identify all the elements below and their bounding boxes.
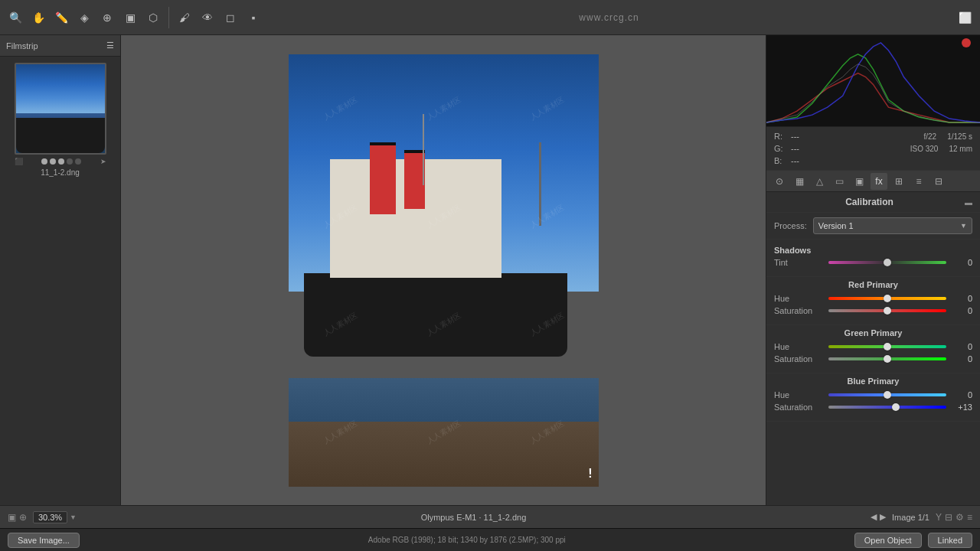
film-thumbnail[interactable] bbox=[15, 63, 106, 155]
nav-arrows: ◀ ▶ bbox=[871, 512, 886, 522]
panel-icon-tone-curve[interactable]: ▭ bbox=[831, 173, 848, 190]
histogram-btn[interactable]: Y bbox=[936, 512, 942, 523]
exif-focal: 12 mm bbox=[949, 145, 972, 153]
compare-btn[interactable]: ⊟ bbox=[945, 512, 952, 523]
top-right-icons: ⬜ bbox=[956, 8, 974, 27]
top-right-btn[interactable]: ⬜ bbox=[956, 8, 974, 27]
watermark-text: www.crcg.cn bbox=[579, 12, 639, 23]
zoom-dropdown-icon[interactable]: ▼ bbox=[70, 514, 77, 521]
stamp-tool[interactable]: ◈ bbox=[75, 8, 93, 27]
next-image-btn[interactable]: ▶ bbox=[880, 512, 886, 522]
green-hue-row: Hue 0 bbox=[774, 342, 972, 351]
collapse-calibration-btn[interactable]: ▬ bbox=[965, 198, 972, 207]
thumbnail-image bbox=[16, 64, 105, 153]
panel-icon-calibration[interactable]: ⊞ bbox=[890, 173, 907, 190]
green-sat-slider[interactable] bbox=[828, 357, 946, 360]
transform-tool[interactable]: ⬡ bbox=[144, 8, 162, 27]
blue-sat-thumb bbox=[892, 403, 900, 411]
eraser-tool[interactable]: ◻ bbox=[221, 8, 240, 27]
pencil-tool[interactable]: ✏️ bbox=[52, 8, 70, 27]
crop-tool[interactable]: ⊕ bbox=[98, 8, 116, 27]
top-toolbar: 🔍 ✋ ✏️ ◈ ⊕ ▣ ⬡ 🖌 👁 ◻ ▪ www.crcg.cn ⬜ bbox=[0, 0, 980, 35]
blue-hue-value: 0 bbox=[951, 390, 972, 399]
main-area: Filmstrip ☰ ⬛ ➤ bbox=[0, 35, 980, 505]
calibration-title: Calibration bbox=[774, 197, 965, 207]
hand-tool[interactable]: ✋ bbox=[29, 8, 47, 27]
exif-aperture: f/22 bbox=[924, 132, 937, 141]
more-btn[interactable]: ≡ bbox=[967, 512, 972, 523]
filmstrip-title: Filmstrip bbox=[6, 41, 38, 51]
settings-icon[interactable]: ⚙ bbox=[956, 512, 964, 523]
histogram-area bbox=[766, 35, 980, 127]
blue-hue-slider[interactable] bbox=[828, 393, 946, 396]
thumb-dot-1 bbox=[41, 158, 47, 165]
thumb-dot-3 bbox=[58, 158, 64, 165]
blue-sat-value: +13 bbox=[951, 403, 972, 412]
green-sat-row: Saturation 0 bbox=[774, 354, 972, 364]
clipping-indicator[interactable] bbox=[962, 38, 971, 47]
square-tool[interactable]: ▪ bbox=[244, 8, 263, 27]
save-image-button[interactable]: Save Image... bbox=[8, 533, 80, 548]
panel-icon-histogram[interactable]: ▦ bbox=[791, 173, 808, 190]
red-sat-slider[interactable] bbox=[828, 309, 946, 312]
thumb-dot-5 bbox=[75, 158, 81, 165]
footer-right-buttons: Open Object Linked bbox=[854, 533, 972, 548]
prev-image-btn[interactable]: ◀ bbox=[871, 512, 877, 522]
photo-warning-icon: ! bbox=[588, 467, 592, 481]
tint-thumb bbox=[884, 259, 891, 266]
shadows-tint-section: Shadows Tint 0 bbox=[766, 240, 980, 277]
green-hue-slider[interactable] bbox=[828, 345, 946, 348]
rgb-values: R: --- f/22 1/125 s G: --- ISO 320 12 mm… bbox=[766, 127, 980, 171]
tint-slider[interactable] bbox=[828, 261, 946, 264]
bottom-left-icons: ▣ ⊕ bbox=[8, 512, 27, 523]
process-version-value: Version 1 bbox=[818, 221, 854, 230]
bottom-status-bar: ▣ ⊕ 30.3% ▼ Olympus E-M1 · 11_1-2.dng ◀ … bbox=[0, 505, 980, 528]
bottom-filename: Olympus E-M1 · 11_1-2.dng bbox=[83, 513, 864, 522]
panel-icon-basic[interactable]: △ bbox=[811, 173, 828, 190]
photo-ground bbox=[289, 422, 599, 487]
bottom-icon-2[interactable]: ⊕ bbox=[19, 512, 27, 523]
green-primary-section: Green Primary Hue 0 Saturation 0 bbox=[766, 325, 980, 373]
panel-icon-hsl[interactable]: ▣ bbox=[851, 173, 867, 190]
filmstrip-panel: Filmstrip ☰ ⬛ ➤ bbox=[0, 35, 121, 505]
blue-sat-slider[interactable] bbox=[828, 406, 946, 409]
filmstrip-menu-icon[interactable]: ☰ bbox=[106, 41, 114, 51]
open-object-button[interactable]: Open Object bbox=[854, 533, 922, 548]
panel-icon-fx[interactable]: fx bbox=[871, 173, 887, 190]
bottom-icon-1[interactable]: ▣ bbox=[8, 512, 16, 523]
ship-funnel-1 bbox=[370, 142, 396, 214]
ship-hull bbox=[304, 273, 567, 357]
footer-bar: Save Image... Adobe RGB (1998); 18 bit; … bbox=[0, 528, 980, 551]
shadows-title: Shadows bbox=[774, 246, 811, 255]
red-hue-row: Hue 0 bbox=[774, 294, 972, 303]
calibration-section-header: Calibration ▬ bbox=[766, 192, 980, 213]
r-value: --- bbox=[791, 132, 799, 141]
thumb-hull bbox=[16, 118, 105, 153]
filmstrip-header: Filmstrip ☰ bbox=[0, 35, 120, 57]
blue-hue-row: Hue 0 bbox=[774, 390, 972, 399]
zoom-tool[interactable]: 🔍 bbox=[6, 8, 24, 27]
panel-icon-lens[interactable]: ≡ bbox=[910, 173, 927, 190]
filmstrip-content: ⬛ ➤ 11_1-2.dng bbox=[0, 57, 120, 505]
linked-button[interactable]: Linked bbox=[928, 533, 972, 548]
red-primary-header: Red Primary bbox=[774, 280, 972, 289]
b-value: --- bbox=[791, 156, 799, 165]
thumb-dot-2 bbox=[50, 158, 56, 165]
rgb-g-row: G: --- ISO 320 12 mm bbox=[766, 142, 980, 155]
rect-tool[interactable]: ▣ bbox=[121, 8, 139, 27]
green-hue-value: 0 bbox=[951, 342, 972, 351]
zoom-value[interactable]: 30.3% bbox=[33, 511, 67, 523]
panel-icon-camera[interactable]: ⊙ bbox=[771, 173, 788, 190]
histogram-chart bbox=[766, 35, 980, 126]
thumb-sky bbox=[16, 64, 105, 113]
blue-primary-section: Blue Primary Hue 0 Saturation +13 bbox=[766, 373, 980, 422]
red-hue-label: Hue bbox=[774, 294, 824, 303]
thumb-icon-right: ➤ bbox=[100, 158, 106, 165]
panel-icon-presets[interactable]: ⊟ bbox=[930, 173, 947, 190]
process-version-select[interactable]: Version 1 ▼ bbox=[813, 217, 972, 234]
red-hue-slider[interactable] bbox=[828, 297, 946, 300]
eye-tool[interactable]: 👁 bbox=[198, 8, 217, 27]
brush-tool[interactable]: 🖌 bbox=[175, 8, 194, 27]
green-primary-title: Green Primary bbox=[774, 328, 972, 337]
shadows-header-row: Shadows bbox=[774, 243, 972, 255]
